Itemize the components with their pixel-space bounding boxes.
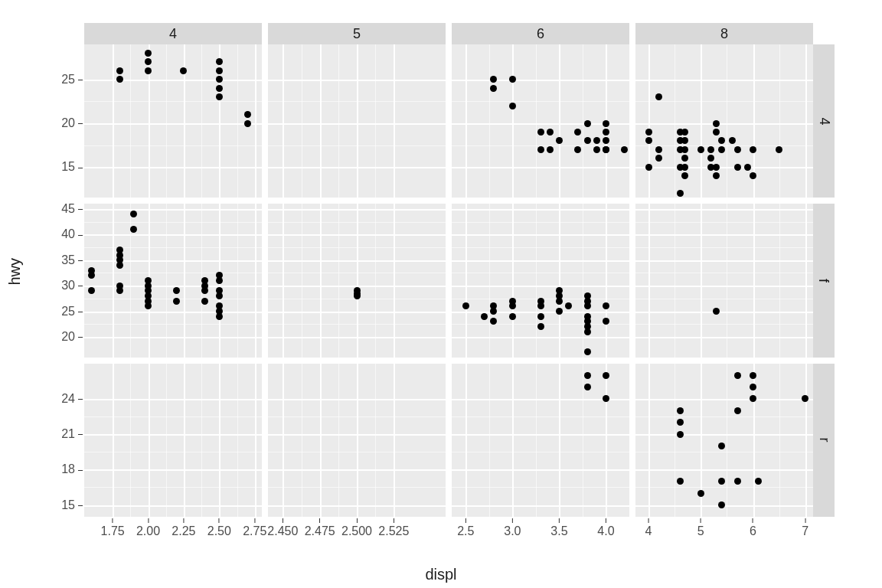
data-point xyxy=(509,76,516,83)
y-tick: 30 xyxy=(61,279,83,292)
x-ticks-col-8: 4567 xyxy=(635,518,813,553)
data-point xyxy=(681,172,688,179)
panel-8-4 xyxy=(635,44,813,198)
data-point xyxy=(490,308,497,315)
data-point xyxy=(537,323,544,330)
x-tick: 2.5 xyxy=(457,518,474,538)
x-tick: 2.475 xyxy=(305,518,335,538)
y-tick: 18 xyxy=(61,462,83,476)
data-point xyxy=(556,137,563,144)
data-point xyxy=(537,129,544,136)
data-point xyxy=(145,302,152,309)
data-point xyxy=(750,372,756,379)
panel-5-r xyxy=(268,364,446,517)
y-tick: 25 xyxy=(61,305,83,318)
data-point xyxy=(173,287,180,294)
data-point xyxy=(655,146,662,153)
x-tick: 2.25 xyxy=(172,518,195,538)
col-strip-cyl-6: 6 xyxy=(452,23,629,44)
data-point xyxy=(713,308,720,315)
y-tick: 45 xyxy=(61,202,83,216)
x-tick: 2.525 xyxy=(378,518,409,538)
data-point xyxy=(750,146,756,153)
data-point xyxy=(556,298,563,305)
data-point xyxy=(145,67,152,74)
data-point xyxy=(718,146,725,153)
panel-4-r xyxy=(84,364,262,517)
data-point xyxy=(88,287,95,294)
data-point xyxy=(537,146,544,153)
data-point xyxy=(713,120,720,127)
data-point xyxy=(584,298,591,305)
y-tick: 35 xyxy=(61,253,83,267)
data-point xyxy=(509,103,516,109)
data-point xyxy=(116,287,123,294)
data-point xyxy=(216,76,223,83)
y-tick: 20 xyxy=(61,330,83,344)
x-tick: 6 xyxy=(750,518,756,538)
x-tick: 3.5 xyxy=(550,518,567,538)
data-point xyxy=(750,395,756,402)
data-point xyxy=(584,372,591,379)
panel-8-r xyxy=(635,364,813,517)
panel-5-f xyxy=(268,204,446,357)
facet-scatter-chart: hwy displ 45684fr15202520253035404515182… xyxy=(0,0,882,588)
data-point xyxy=(681,155,688,162)
data-point xyxy=(681,146,688,153)
panel-4-4 xyxy=(84,44,262,198)
data-point xyxy=(481,313,488,320)
data-point xyxy=(130,211,137,217)
data-point xyxy=(354,290,361,297)
x-ticks-col-4: 1.752.002.252.502.75 xyxy=(84,518,262,553)
data-point xyxy=(645,137,652,144)
data-point xyxy=(718,443,725,449)
y-axis-title: hwy xyxy=(6,258,24,286)
data-point xyxy=(216,67,223,74)
panel-5-4 xyxy=(268,44,446,198)
data-point xyxy=(584,137,591,144)
panel-6-4 xyxy=(452,44,629,198)
data-point xyxy=(734,164,741,171)
data-point xyxy=(718,478,725,485)
panel-6-f xyxy=(452,204,629,357)
data-point xyxy=(180,67,187,74)
data-point xyxy=(744,164,751,171)
data-point xyxy=(116,76,123,83)
data-point xyxy=(677,407,684,414)
data-point xyxy=(697,146,704,153)
data-point xyxy=(462,302,469,309)
data-point xyxy=(556,308,563,315)
data-point xyxy=(655,155,662,162)
data-point xyxy=(621,146,628,153)
data-point xyxy=(802,395,808,402)
data-point xyxy=(750,384,756,390)
data-point xyxy=(509,313,516,320)
x-tick: 4.0 xyxy=(597,518,614,538)
data-point xyxy=(677,419,684,426)
x-tick: 2.00 xyxy=(136,518,160,538)
data-point xyxy=(776,146,782,153)
x-ticks-col-5: 2.4502.4752.5002.525 xyxy=(268,518,446,553)
data-point xyxy=(584,328,591,335)
data-point xyxy=(584,384,591,390)
data-point xyxy=(645,129,652,136)
data-point xyxy=(603,372,609,379)
data-point xyxy=(603,146,609,153)
row-strip-drv-f: f xyxy=(813,204,835,357)
data-point xyxy=(713,172,720,179)
y-ticks-row-4: 152025 xyxy=(31,44,83,198)
panel-8-f xyxy=(635,204,813,357)
y-tick: 40 xyxy=(61,227,83,241)
data-point xyxy=(145,50,152,57)
data-point xyxy=(490,85,497,92)
data-point xyxy=(574,129,581,136)
x-tick: 2.450 xyxy=(267,518,298,538)
data-point xyxy=(593,146,600,153)
data-point xyxy=(216,93,223,100)
row-strip-drv-r: r xyxy=(813,364,835,517)
data-point xyxy=(681,137,688,144)
x-tick: 2.50 xyxy=(207,518,231,538)
data-point xyxy=(603,120,609,127)
data-point xyxy=(216,58,223,65)
data-point xyxy=(537,302,544,309)
